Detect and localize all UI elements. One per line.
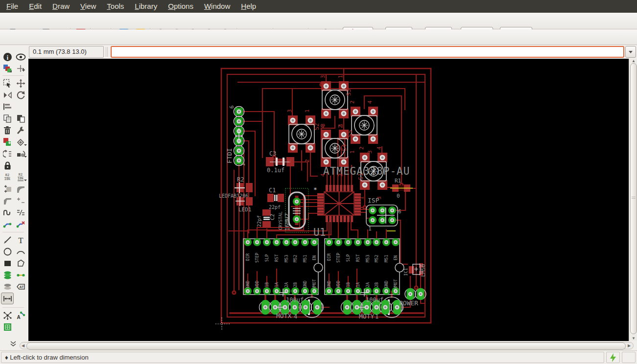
group-select-icon	[3, 79, 12, 88]
menu-help[interactable]: Help	[236, 0, 261, 13]
tool-add-part[interactable]	[1, 136, 14, 148]
tool-dimension-active[interactable]	[1, 293, 14, 304]
vertical-scrollbar-thumb[interactable]	[630, 63, 637, 334]
tool-lock[interactable]	[1, 159, 14, 171]
svg-text:MS1: MS1	[384, 255, 389, 262]
command-history-dropdown[interactable]	[625, 46, 636, 58]
tool-value[interactable]: R210k	[14, 171, 27, 183]
svg-text:RST: RST	[355, 254, 360, 262]
tool-display-layers[interactable]	[1, 63, 14, 74]
svg-text:GND: GND	[384, 281, 389, 288]
tool-meander[interactable]	[1, 206, 14, 218]
tool-autorouter[interactable]	[1, 321, 14, 333]
tool-signal[interactable]	[14, 269, 27, 281]
component-c1[interactable]: C1 22pf	[267, 187, 284, 210]
tool-route[interactable]	[1, 218, 14, 230]
component-driver-a[interactable]: DIR STEP SLP RST MS3 MS2 MS1 EN GND VDD …	[243, 238, 323, 296]
component-ic1[interactable]: IC1 LM50	[403, 263, 426, 277]
component-s5[interactable]: 2 4 1 3 S5	[347, 100, 378, 154]
autorouter-icon	[3, 322, 12, 332]
copy-icon	[3, 114, 12, 123]
sidebar-overflow-chevron[interactable]	[6, 338, 21, 349]
component-r2[interactable]: R2 LEDFAB1206	[219, 176, 253, 199]
svg-text:SLP: SLP	[346, 254, 351, 262]
tool-label[interactable]: A	[14, 309, 27, 321]
miter-sharp-icon	[3, 196, 12, 205]
tool-miter[interactable]	[14, 183, 27, 195]
tool-group[interactable]	[1, 77, 14, 89]
vertical-scrollbar[interactable]: ▲ ▼	[629, 59, 637, 341]
tool-ratsnest[interactable]	[1, 309, 14, 321]
tool-split[interactable]	[14, 195, 27, 206]
component-power[interactable]: POWER	[399, 288, 426, 307]
menu-tools[interactable]: Tools	[101, 0, 129, 13]
tool-wire[interactable]	[1, 234, 14, 246]
tool-replace[interactable]	[14, 136, 27, 148]
tool-mirror[interactable]	[1, 89, 14, 101]
status-bar: ♦ Left-click to draw dimension	[0, 350, 637, 364]
svg-text:1B: 1B	[264, 282, 269, 287]
tool-copy[interactable]	[1, 113, 14, 124]
svg-text:1: 1	[375, 313, 378, 320]
horizontal-scrollbar-thumb[interactable]	[26, 342, 626, 350]
scroll-right-icon[interactable]: ▶	[628, 343, 631, 348]
menu-edit[interactable]: Edit	[24, 0, 47, 13]
menu-library[interactable]: Library	[129, 0, 163, 13]
tool-miter-sharp[interactable]	[1, 195, 14, 206]
svg-text:EN: EN	[312, 255, 317, 260]
tool-hole[interactable]	[1, 281, 14, 293]
splitter-grip[interactable]	[106, 47, 109, 57]
status-extra-cell	[622, 352, 636, 363]
pcb-canvas[interactable]: ATMEGA328P-AU 6 1 FTDI C3 0.1uf 3 1 4 2 …	[28, 59, 629, 341]
tool-rect[interactable]	[1, 257, 14, 269]
menu-window[interactable]: Window	[199, 0, 236, 13]
component-driver-b[interactable]: DIR STEP SLP RST MS3 MS2 MS1 EN GND VDD …	[325, 238, 404, 296]
component-s2[interactable]: 3 1 4 2 S2	[286, 109, 320, 162]
ratsnest-icon	[3, 311, 12, 320]
tool-name[interactable]: R210k	[1, 171, 14, 183]
tool-optimize[interactable]	[14, 206, 27, 218]
smash-icon	[3, 184, 12, 194]
tool-polygon[interactable]	[14, 257, 27, 269]
component-c2[interactable]: 22pf C2	[257, 209, 276, 228]
tool-rotate[interactable]	[14, 89, 27, 101]
rect-icon	[3, 259, 12, 268]
svg-text:2B: 2B	[374, 282, 379, 287]
svg-text:GND: GND	[327, 281, 331, 288]
svg-text:AT: AT	[19, 285, 24, 289]
tool-smash[interactable]	[1, 183, 14, 195]
tool-delete[interactable]	[1, 124, 14, 136]
svg-text:2: 2	[304, 159, 310, 162]
scroll-down-icon[interactable]: ▼	[632, 336, 636, 341]
tool-circle[interactable]	[1, 246, 14, 257]
tool-arc[interactable]	[14, 246, 27, 257]
horizontal-scrollbar[interactable]: ◀ ▶	[20, 342, 634, 350]
lock-icon	[3, 161, 12, 170]
polygon-icon	[16, 259, 25, 268]
tool-via[interactable]	[1, 269, 14, 281]
tool-info[interactable]: i	[1, 51, 14, 63]
scroll-up-icon[interactable]: ▲	[632, 59, 636, 63]
menu-options[interactable]: Options	[163, 0, 199, 13]
command-line-input[interactable]	[111, 46, 624, 58]
component-ftdi[interactable]: 6 1 FTDI	[226, 105, 246, 166]
scroll-left-icon[interactable]: ◀	[22, 343, 24, 348]
tool-mark[interactable]	[14, 63, 27, 74]
svg-text:3: 3	[286, 109, 293, 113]
tool-ripup[interactable]	[14, 218, 27, 230]
tool-change[interactable]	[14, 124, 27, 136]
component-s3[interactable]: 3 1 4 2 S3	[320, 75, 352, 128]
menu-file[interactable]: File	[1, 0, 24, 13]
tool-show[interactable]	[14, 51, 27, 63]
menu-view[interactable]: View	[75, 0, 101, 13]
drc-check-button[interactable]	[606, 352, 620, 363]
tool-pinswap[interactable]	[1, 148, 14, 159]
tool-gateswap[interactable]	[14, 148, 27, 159]
tool-move[interactable]	[14, 77, 27, 89]
tool-attribute[interactable]: AT	[14, 281, 27, 293]
tool-text[interactable]: T	[14, 234, 27, 246]
menu-draw[interactable]: Draw	[47, 0, 75, 13]
tool-align[interactable]	[1, 101, 14, 113]
component-isp[interactable]: ISP 6 1	[366, 197, 401, 232]
tool-paste[interactable]	[14, 113, 27, 124]
